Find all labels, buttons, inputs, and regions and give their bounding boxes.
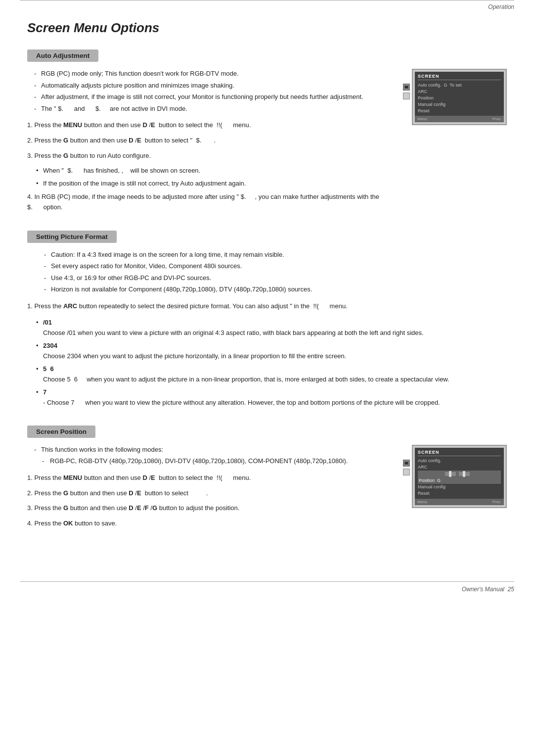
bullet-item-7: 7 - Choose 7 when you want to view the p… [36,387,507,408]
screen-position-steps: 1. Press the MENU button and then use D … [27,473,393,529]
screen-position-image: SCREEN Auto config. ARC Position G [403,445,507,508]
menu-row-manual: Manual config [418,101,501,107]
list-item: Horizon is not available for Component (… [42,284,507,294]
step-2: 2. Press the G button and then use D /E … [27,488,393,499]
menu-row-manual2: Manual config [418,484,501,490]
auto-adjustment-content: RGB (PC) mode only; This function doesn'… [27,69,507,213]
step-4: 4. Press the OK button to save. [27,519,393,529]
sliders-svg [445,471,470,482]
bullet-item-56: 5 6 Choose 5 6 when you want to adjust t… [36,364,507,384]
menu-bottom-bar: Menu Prev. [415,116,504,122]
picture-format-bullets: /01 Choose /01 when you want to view a p… [27,318,507,408]
picture-format-dash-list: Caution: If a 4:3 fixed image is on the … [27,250,507,294]
screen-menu-box: SCREEN Auto config. G To set ARC Positio… [412,69,507,125]
auto-adjustment-text: RGB (PC) mode only; This function doesn'… [27,69,393,213]
step-3: 3. Press the G button to run Auto config… [27,151,393,161]
menu-bottom-prev: Prev. [492,117,501,121]
list-item: RGB (PC) mode only; This function doesn'… [32,69,393,79]
screen-position-menu-box: SCREEN Auto config. ARC Position G [412,445,507,508]
bullet-item-2304: 2304 Choose 2304 when you want to adjust… [36,341,507,361]
menu-bottom-prev2: Prev. [492,500,501,504]
owners-manual-label: Owner's Manual [462,586,504,593]
list-item: Automatically adjusts picture position a… [32,81,393,91]
menu-bottom-menu: Menu [417,117,427,121]
position-label: Position G [419,478,441,483]
step-1: 1. Press the MENU button and then use D … [27,120,393,131]
item-desc: Choose 5 6 when you want to adjust the p… [43,375,507,384]
screen-position-text: This function works in the following mod… [27,445,393,534]
menu-title: SCREEN [418,74,501,80]
position-sliders-widget [445,471,470,483]
menu-row-arc: ARC [418,88,501,94]
monitor-icon-left [403,84,410,91]
arc-bold: ARC [63,302,77,310]
menu-row-autoconfig: Auto config. G To set [418,82,501,88]
screen-menu-inner: SCREEN Auto config. G To set ARC Positio… [415,72,504,116]
item-symbol: 2304 [43,342,57,349]
menu-title2: SCREEN [418,450,501,456]
menu-item-label: Auto config. G To set [418,83,461,88]
picture-format-step1: 1. Press the ARC button repeatedly to se… [27,301,507,312]
list-item: Use 4:3, or 16:9 for other RGB-PC and DV… [42,273,507,283]
list-item: The " $. and $. are not active in DVI mo… [32,104,393,114]
menu-bold: MENU [63,121,82,129]
screen-position-content: This function works in the following mod… [27,445,507,534]
svg-rect-1 [449,471,451,477]
footer-text: Owner's Manual 25 [462,586,514,593]
list-item: Set every aspect ratio for Monitor, Vide… [42,261,507,271]
item-symbol: 7 [43,388,46,396]
list-item: RGB-PC, RGB-DTV (480p,720p,1080i), DVI-D… [32,456,393,466]
screen-position-section: Screen Position This function works in t… [27,425,507,534]
step-num: 1. Press the MENU button and then use D … [27,121,251,129]
list-item: After adjustment, if the image is still … [32,92,393,102]
auto-adjustment-steps: 1. Press the MENU button and then use D … [27,120,393,161]
svg-rect-3 [463,471,465,477]
menu-row-autoconfig2: Auto config. [418,458,501,464]
ok-bold: OK [63,520,73,527]
step-3: 3. Press the G button and then use D /E … [27,503,393,514]
menu-row-reset2: Reset [418,490,501,497]
screen-position-dash-list: This function works in the following mod… [27,445,393,466]
menu-row-position2: Position G [418,471,501,484]
item-desc: Choose /01 when you want to view a pictu… [43,328,507,338]
bullet-item: When " $. has finished, , will be shown … [36,166,393,176]
auto-adjustment-section: Auto Adjustment RGB (PC) mode only; This… [27,49,507,213]
auto-adjustment-header: Auto Adjustment [27,49,98,62]
page-header: Operation [20,0,514,10]
item-symbol: 5 6 [43,365,54,373]
menu-row-position: Position [418,94,501,101]
step-4: 4. In RGB (PC) mode, if the image needs … [27,192,393,213]
item-desc: Choose 2304 when you want to adjust the … [43,351,507,361]
section-label: Operation [488,3,514,10]
auto-adjustment-dash-list: RGB (PC) mode only; This function doesn'… [27,69,393,113]
menu-bottom-menu2: Menu [417,500,427,504]
auto-adjustment-bullets: When " $. has finished, , will be shown … [27,166,393,188]
item-desc: - Choose 7 when you want to view the pic… [43,398,507,408]
picture-format-header: Setting Picture Format [27,231,117,243]
step-num: 2. Press the G button and then use D /E … [27,137,216,144]
step-num: 3. Press the G button to run Auto config… [27,152,151,159]
bullet-item-01: /01 Choose /01 when you want to view a p… [36,318,507,338]
item-symbol: /01 [43,319,52,326]
auto-adjustment-image: SCREEN Auto config. G To set ARC Positio… [403,69,507,125]
menu-bottom-bar2: Menu Prev. [415,499,504,505]
picture-format-section: Setting Picture Format Caution: If a 4:3… [27,231,507,408]
menu-row-arc2: ARC [418,464,501,471]
step-2: 2. Press the G button and then use D /E … [27,136,393,146]
button-icon [403,93,410,99]
main-content: Screen Menu Options Auto Adjustment RGB … [0,10,534,571]
bullet-item: If the position of the image is still no… [36,179,393,189]
page-number: 25 [508,586,514,593]
list-item: This function works in the following mod… [32,445,393,455]
page-title: Screen Menu Options [27,20,507,36]
list-item: Caution: If a 4:3 fixed image is on the … [42,250,507,260]
page-footer: Owner's Manual 25 [20,581,514,593]
screen-position-header: Screen Position [27,425,95,438]
menu-bold: MENU [63,474,82,481]
menu-row-reset: Reset [418,107,501,114]
screen-position-menu-inner: SCREEN Auto config. ARC Position G [415,448,504,499]
button-icon2 [403,469,410,475]
monitor-icon-left2 [403,460,410,467]
step-1: 1. Press the MENU button and then use D … [27,473,393,483]
